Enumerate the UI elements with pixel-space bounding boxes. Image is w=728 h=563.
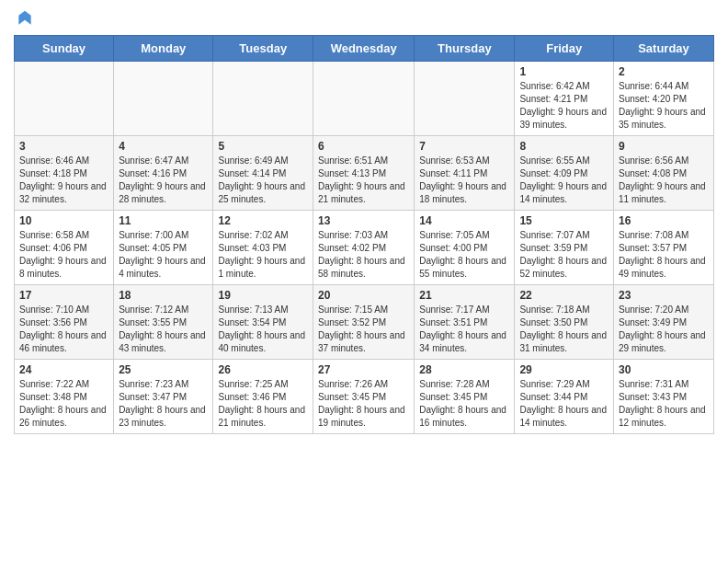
day-info: Sunrise: 7:08 AMSunset: 3:57 PMDaylight:… bbox=[619, 229, 709, 281]
calendar-day-cell bbox=[213, 62, 313, 136]
day-number: 18 bbox=[119, 289, 208, 302]
day-number: 25 bbox=[119, 363, 208, 376]
day-info: Sunrise: 6:55 AMSunset: 4:09 PMDaylight:… bbox=[519, 155, 609, 206]
calendar-day-cell: 14Sunrise: 7:05 AMSunset: 4:00 PMDayligh… bbox=[415, 211, 515, 285]
calendar-header-sunday: Sunday bbox=[15, 36, 114, 62]
calendar-day-cell bbox=[313, 62, 415, 136]
calendar-day-cell: 13Sunrise: 7:03 AMSunset: 4:02 PMDayligh… bbox=[313, 211, 415, 285]
day-number: 30 bbox=[619, 363, 709, 376]
calendar-header-monday: Monday bbox=[114, 36, 213, 62]
day-info: Sunrise: 6:51 AMSunset: 4:13 PMDaylight:… bbox=[318, 155, 409, 206]
day-number: 3 bbox=[19, 140, 108, 153]
calendar-day-cell bbox=[114, 62, 213, 136]
calendar-week-row: 24Sunrise: 7:22 AMSunset: 3:48 PMDayligh… bbox=[15, 360, 714, 434]
day-number: 11 bbox=[119, 214, 208, 227]
calendar-day-cell: 19Sunrise: 7:13 AMSunset: 3:54 PMDayligh… bbox=[213, 285, 313, 360]
calendar-day-cell: 27Sunrise: 7:26 AMSunset: 3:45 PMDayligh… bbox=[313, 360, 415, 434]
calendar-day-cell: 24Sunrise: 7:22 AMSunset: 3:48 PMDayligh… bbox=[15, 360, 114, 434]
day-info: Sunrise: 6:56 AMSunset: 4:08 PMDaylight:… bbox=[619, 155, 709, 206]
calendar-day-cell: 21Sunrise: 7:17 AMSunset: 3:51 PMDayligh… bbox=[415, 285, 515, 360]
logo bbox=[14, 9, 34, 28]
day-number: 13 bbox=[318, 214, 409, 227]
day-number: 29 bbox=[519, 363, 609, 376]
day-info: Sunrise: 7:10 AMSunset: 3:56 PMDaylight:… bbox=[19, 304, 108, 355]
day-number: 8 bbox=[519, 140, 609, 153]
calendar-day-cell: 9Sunrise: 6:56 AMSunset: 4:08 PMDaylight… bbox=[614, 136, 714, 211]
calendar-day-cell: 10Sunrise: 6:58 AMSunset: 4:06 PMDayligh… bbox=[15, 211, 114, 285]
day-info: Sunrise: 7:07 AMSunset: 3:59 PMDaylight:… bbox=[519, 229, 609, 281]
day-number: 19 bbox=[218, 289, 308, 302]
calendar-header-saturday: Saturday bbox=[614, 36, 714, 62]
day-number: 9 bbox=[619, 140, 709, 153]
day-number: 6 bbox=[318, 140, 409, 153]
day-info: Sunrise: 6:49 AMSunset: 4:14 PMDaylight:… bbox=[218, 155, 308, 206]
day-number: 15 bbox=[519, 214, 609, 227]
day-number: 2 bbox=[619, 65, 709, 78]
day-info: Sunrise: 7:22 AMSunset: 3:48 PMDaylight:… bbox=[19, 378, 108, 430]
day-info: Sunrise: 6:47 AMSunset: 4:16 PMDaylight:… bbox=[119, 155, 208, 206]
day-number: 10 bbox=[19, 214, 108, 227]
calendar-week-row: 3Sunrise: 6:46 AMSunset: 4:18 PMDaylight… bbox=[15, 136, 714, 211]
calendar-day-cell bbox=[415, 62, 515, 136]
calendar-day-cell: 25Sunrise: 7:23 AMSunset: 3:47 PMDayligh… bbox=[114, 360, 213, 434]
day-info: Sunrise: 7:28 AMSunset: 3:45 PMDaylight:… bbox=[419, 378, 509, 430]
day-info: Sunrise: 7:29 AMSunset: 3:44 PMDaylight:… bbox=[519, 378, 609, 430]
day-info: Sunrise: 7:00 AMSunset: 4:05 PMDaylight:… bbox=[119, 229, 208, 281]
day-info: Sunrise: 6:58 AMSunset: 4:06 PMDaylight:… bbox=[19, 229, 108, 281]
calendar-day-cell: 23Sunrise: 7:20 AMSunset: 3:49 PMDayligh… bbox=[614, 285, 714, 360]
calendar-day-cell: 30Sunrise: 7:31 AMSunset: 3:43 PMDayligh… bbox=[614, 360, 714, 434]
page-container: SundayMondayTuesdayWednesdayThursdayFrid… bbox=[0, 0, 728, 443]
calendar-day-cell: 11Sunrise: 7:00 AMSunset: 4:05 PMDayligh… bbox=[114, 211, 213, 285]
calendar-day-cell: 6Sunrise: 6:51 AMSunset: 4:13 PMDaylight… bbox=[313, 136, 415, 211]
calendar-week-row: 10Sunrise: 6:58 AMSunset: 4:06 PMDayligh… bbox=[15, 211, 714, 285]
day-info: Sunrise: 7:31 AMSunset: 3:43 PMDaylight:… bbox=[619, 378, 709, 430]
day-info: Sunrise: 7:17 AMSunset: 3:51 PMDaylight:… bbox=[419, 304, 509, 355]
calendar-day-cell: 17Sunrise: 7:10 AMSunset: 3:56 PMDayligh… bbox=[15, 285, 114, 360]
calendar-day-cell: 15Sunrise: 7:07 AMSunset: 3:59 PMDayligh… bbox=[515, 211, 614, 285]
calendar-day-cell: 16Sunrise: 7:08 AMSunset: 3:57 PMDayligh… bbox=[614, 211, 714, 285]
calendar-header-wednesday: Wednesday bbox=[313, 36, 415, 62]
day-number: 20 bbox=[318, 289, 409, 302]
calendar-header-tuesday: Tuesday bbox=[213, 36, 313, 62]
day-number: 27 bbox=[318, 363, 409, 376]
day-number: 22 bbox=[519, 289, 609, 302]
calendar-day-cell: 26Sunrise: 7:25 AMSunset: 3:46 PMDayligh… bbox=[213, 360, 313, 434]
calendar-header-row: SundayMondayTuesdayWednesdayThursdayFrid… bbox=[15, 36, 714, 62]
day-number: 26 bbox=[218, 363, 308, 376]
day-number: 28 bbox=[419, 363, 509, 376]
day-info: Sunrise: 6:44 AMSunset: 4:20 PMDaylight:… bbox=[619, 80, 709, 132]
calendar-day-cell: 3Sunrise: 6:46 AMSunset: 4:18 PMDaylight… bbox=[15, 136, 114, 211]
calendar-day-cell: 18Sunrise: 7:12 AMSunset: 3:55 PMDayligh… bbox=[114, 285, 213, 360]
day-info: Sunrise: 6:42 AMSunset: 4:21 PMDaylight:… bbox=[519, 80, 609, 132]
day-info: Sunrise: 7:05 AMSunset: 4:00 PMDaylight:… bbox=[419, 229, 509, 281]
day-number: 24 bbox=[19, 363, 108, 376]
day-number: 12 bbox=[218, 214, 308, 227]
calendar-header-thursday: Thursday bbox=[415, 36, 515, 62]
calendar-day-cell: 2Sunrise: 6:44 AMSunset: 4:20 PMDaylight… bbox=[614, 62, 714, 136]
calendar-day-cell bbox=[15, 62, 114, 136]
day-info: Sunrise: 7:20 AMSunset: 3:49 PMDaylight:… bbox=[619, 304, 709, 355]
day-number: 21 bbox=[419, 289, 509, 302]
day-number: 16 bbox=[619, 214, 709, 227]
day-info: Sunrise: 7:15 AMSunset: 3:52 PMDaylight:… bbox=[318, 304, 409, 355]
day-info: Sunrise: 7:13 AMSunset: 3:54 PMDaylight:… bbox=[218, 304, 308, 355]
calendar-day-cell: 8Sunrise: 6:55 AMSunset: 4:09 PMDaylight… bbox=[515, 136, 614, 211]
day-number: 17 bbox=[19, 289, 108, 302]
calendar-day-cell: 12Sunrise: 7:02 AMSunset: 4:03 PMDayligh… bbox=[213, 211, 313, 285]
calendar-day-cell: 22Sunrise: 7:18 AMSunset: 3:50 PMDayligh… bbox=[515, 285, 614, 360]
day-number: 4 bbox=[119, 140, 208, 153]
day-number: 23 bbox=[619, 289, 709, 302]
day-number: 5 bbox=[218, 140, 308, 153]
calendar-day-cell: 4Sunrise: 6:47 AMSunset: 4:16 PMDaylight… bbox=[114, 136, 213, 211]
calendar-day-cell: 5Sunrise: 6:49 AMSunset: 4:14 PMDaylight… bbox=[213, 136, 313, 211]
calendar-header-friday: Friday bbox=[515, 36, 614, 62]
logo-icon bbox=[16, 9, 34, 28]
day-info: Sunrise: 7:18 AMSunset: 3:50 PMDaylight:… bbox=[519, 304, 609, 355]
day-number: 14 bbox=[419, 214, 509, 227]
day-info: Sunrise: 7:02 AMSunset: 4:03 PMDaylight:… bbox=[218, 229, 308, 281]
calendar-week-row: 1Sunrise: 6:42 AMSunset: 4:21 PMDaylight… bbox=[15, 62, 714, 136]
calendar-day-cell: 7Sunrise: 6:53 AMSunset: 4:11 PMDaylight… bbox=[415, 136, 515, 211]
day-info: Sunrise: 7:23 AMSunset: 3:47 PMDaylight:… bbox=[119, 378, 208, 430]
calendar-day-cell: 28Sunrise: 7:28 AMSunset: 3:45 PMDayligh… bbox=[415, 360, 515, 434]
calendar-table: SundayMondayTuesdayWednesdayThursdayFrid… bbox=[14, 35, 714, 434]
